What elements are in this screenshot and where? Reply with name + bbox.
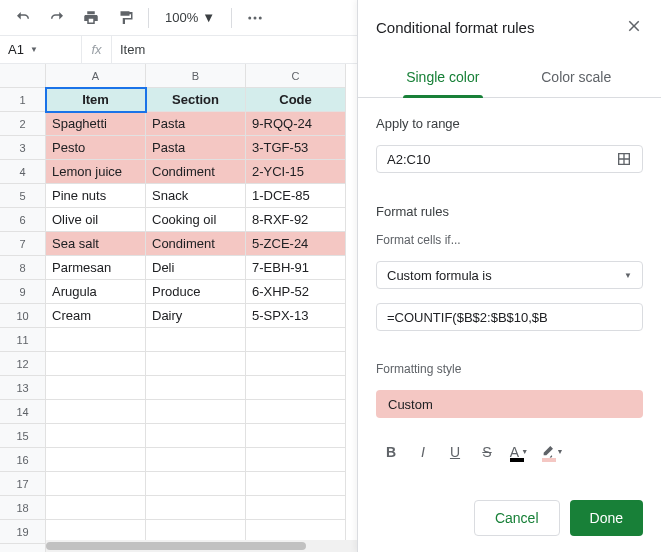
row-header[interactable]: 10 [0,304,46,328]
cell[interactable] [46,424,146,448]
cell[interactable]: Arugula [46,280,146,304]
column-header[interactable]: C [246,64,346,88]
cell[interactable] [246,376,346,400]
cell[interactable]: 3-TGF-53 [246,136,346,160]
cell[interactable]: Condiment [146,160,246,184]
redo-button[interactable] [44,5,70,31]
cell[interactable]: Pine nuts [46,184,146,208]
cell[interactable]: Pesto [46,136,146,160]
row-header[interactable]: 15 [0,424,46,448]
cell[interactable]: 1-DCE-85 [246,184,346,208]
undo-button[interactable] [10,5,36,31]
cell[interactable] [146,352,246,376]
row-header[interactable]: 6 [0,208,46,232]
cell[interactable] [46,448,146,472]
cell[interactable]: Code [246,88,346,112]
row-header[interactable]: 4 [0,160,46,184]
cell[interactable]: Dairy [146,304,246,328]
cell[interactable]: Snack [146,184,246,208]
cell[interactable] [146,472,246,496]
cell[interactable]: 6-XHP-52 [246,280,346,304]
cell[interactable] [246,496,346,520]
cell[interactable]: Pasta [146,112,246,136]
bold-button[interactable]: B [376,438,406,466]
row-header[interactable]: 17 [0,472,46,496]
cell[interactable]: 2-YCI-15 [246,160,346,184]
cell[interactable]: Olive oil [46,208,146,232]
underline-button[interactable]: U [440,438,470,466]
cell[interactable] [146,328,246,352]
cell[interactable] [146,448,246,472]
fill-color-button[interactable]: ▼ [536,438,566,466]
cell[interactable] [146,424,246,448]
formula-field[interactable]: =COUNTIF($B$2:$B$10,$B [376,303,643,331]
range-input[interactable]: A2:C10 [376,145,643,173]
row-header[interactable]: 13 [0,376,46,400]
cell[interactable] [46,400,146,424]
condition-dropdown[interactable]: Custom formula is ▼ [376,261,643,289]
strikethrough-button[interactable]: S [472,438,502,466]
cell[interactable]: Spaghetti [46,112,146,136]
cell[interactable]: Condiment [146,232,246,256]
select-all-corner[interactable] [0,64,46,88]
cell[interactable] [246,472,346,496]
cancel-button[interactable]: Cancel [474,500,560,536]
cell[interactable] [246,448,346,472]
done-button[interactable]: Done [570,500,643,536]
cell[interactable]: 9-RQQ-24 [246,112,346,136]
cell[interactable] [146,400,246,424]
cell[interactable]: Sea salt [46,232,146,256]
cell[interactable] [46,496,146,520]
print-button[interactable] [78,5,104,31]
row-header[interactable]: 9 [0,280,46,304]
cell[interactable] [246,424,346,448]
cell[interactable] [46,352,146,376]
cell[interactable]: Pasta [146,136,246,160]
cell[interactable]: Parmesan [46,256,146,280]
row-header[interactable]: 14 [0,400,46,424]
more-button[interactable] [242,5,268,31]
cell[interactable]: 7-EBH-91 [246,256,346,280]
tab-color-scale[interactable]: Color scale [510,69,644,97]
cell[interactable]: Section [146,88,246,112]
cell[interactable]: 5-SPX-13 [246,304,346,328]
cell[interactable]: 8-RXF-92 [246,208,346,232]
cell[interactable] [246,352,346,376]
cell[interactable] [146,376,246,400]
row-header[interactable]: 18 [0,496,46,520]
cell[interactable]: Item [46,88,146,112]
cell[interactable]: Produce [146,280,246,304]
cell[interactable] [46,328,146,352]
cell[interactable] [46,376,146,400]
row-header[interactable]: 1 [0,88,46,112]
row-header[interactable]: 16 [0,448,46,472]
cell[interactable]: Deli [146,256,246,280]
cell[interactable]: Cooking oil [146,208,246,232]
horizontal-scrollbar[interactable] [46,540,357,552]
row-header[interactable]: 11 [0,328,46,352]
cell[interactable]: 5-ZCE-24 [246,232,346,256]
close-button[interactable] [625,17,643,38]
cell[interactable]: Lemon juice [46,160,146,184]
row-header[interactable]: 8 [0,256,46,280]
row-header[interactable]: 2 [0,112,46,136]
name-box[interactable]: A1▼ [0,36,82,63]
text-color-button[interactable]: A▼ [504,438,534,466]
zoom-dropdown[interactable]: 100%▼ [159,10,221,25]
style-preview[interactable]: Custom [376,390,643,418]
row-header[interactable]: 20 [0,544,46,552]
column-header[interactable]: A [46,64,146,88]
column-header[interactable]: B [146,64,246,88]
row-header[interactable]: 3 [0,136,46,160]
paint-format-button[interactable] [112,5,138,31]
cell[interactable] [246,400,346,424]
cell[interactable] [46,472,146,496]
cell[interactable] [146,496,246,520]
italic-button[interactable]: I [408,438,438,466]
cell[interactable]: Cream [46,304,146,328]
cell[interactable] [246,328,346,352]
row-header[interactable]: 5 [0,184,46,208]
row-header[interactable]: 19 [0,520,46,544]
tab-single-color[interactable]: Single color [376,69,510,97]
row-header[interactable]: 12 [0,352,46,376]
